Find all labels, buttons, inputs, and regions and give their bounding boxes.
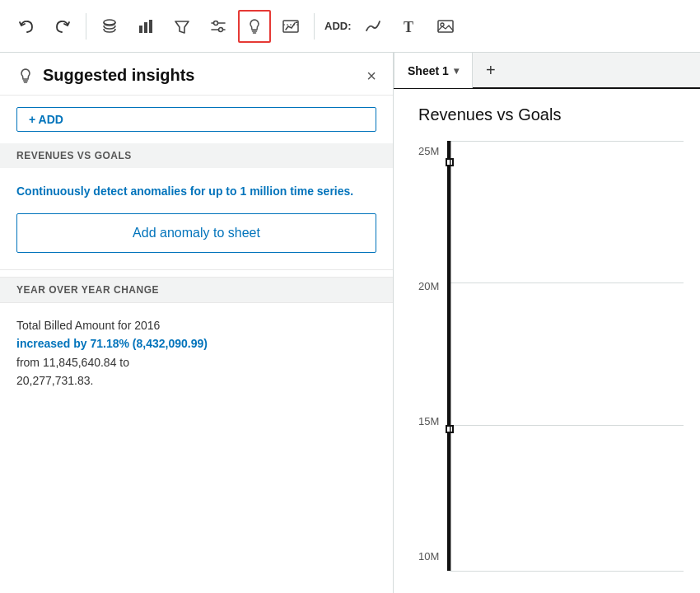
chart-container: 25M 20M 15M 10M [418, 141, 684, 571]
sliders-icon[interactable] [202, 10, 235, 43]
sheet-tabs-bar: Sheet 1 ▾ + [394, 53, 700, 89]
svg-point-0 [104, 20, 115, 25]
add-insight-button[interactable]: + ADD [16, 107, 376, 132]
grid-line-bottom [450, 571, 684, 572]
svg-rect-1 [139, 26, 142, 33]
yoy-description: Total Billed Amount for 2016 increased b… [16, 316, 376, 390]
anomaly-description: Continuously detect anomalies for up to … [16, 183, 376, 200]
sheet-1-tab[interactable]: Sheet 1 ▾ [394, 52, 473, 88]
add-insight-button-label: + ADD [29, 113, 63, 126]
yoy-line1: Total Billed Amount for 2016 [16, 319, 160, 332]
suggested-insights-panel: Suggested insights × + ADD REVENUES VS G… [0, 53, 394, 593]
chart-plot [447, 141, 684, 571]
right-panel: Sheet 1 ▾ + Revenues vs Goals 25M 20M 15… [394, 53, 700, 593]
y-axis: 25M 20M 15M 10M [418, 141, 447, 571]
y-label-10m: 10M [418, 550, 439, 563]
svg-point-5 [214, 21, 218, 25]
y-label-20m: 20M [418, 280, 439, 292]
panel-title: Suggested insights [43, 66, 194, 85]
add-sheet-tab-button[interactable]: + [476, 55, 506, 85]
y-label-15m: 15M [418, 415, 439, 427]
toolbar: ADD: T [0, 0, 700, 53]
svg-rect-14 [438, 21, 453, 32]
add-image-icon[interactable] [429, 10, 462, 43]
yoy-highlight: increased by 71.18% (8,432,090.99) [16, 337, 208, 350]
add-line-chart-icon[interactable] [357, 10, 390, 43]
yoy-line3: 20,277,731.83. [16, 374, 93, 387]
main-layout: Suggested insights × + ADD REVENUES VS G… [0, 53, 700, 593]
bar-chart-icon[interactable] [129, 10, 162, 43]
insights-lightbulb-icon[interactable] [238, 10, 271, 43]
svg-text:T: T [404, 19, 413, 35]
close-panel-button[interactable]: × [366, 68, 376, 84]
panel-lightbulb-icon [16, 67, 35, 85]
svg-rect-2 [144, 22, 147, 33]
add-text-icon[interactable]: T [393, 10, 426, 43]
add-label: ADD: [324, 20, 352, 32]
chart-title: Revenues vs Goals [418, 105, 684, 124]
database-icon[interactable] [93, 10, 126, 43]
yoy-line2: from 11,845,640.84 to [16, 356, 129, 369]
divider-1 [86, 13, 86, 40]
anomaly-insight-block: Continuously detect anomalies for up to … [0, 168, 393, 270]
redo-icon[interactable] [46, 10, 79, 43]
filter-icon[interactable] [166, 10, 198, 43]
yoy-insight-block: Total Billed Amount for 2016 increased b… [0, 303, 393, 404]
chart-line-svg [450, 141, 684, 571]
panel-header: Suggested insights × [0, 53, 393, 96]
divider-2 [314, 13, 315, 40]
revenues-vs-goals-header: REVENUES VS GOALS [0, 143, 393, 168]
analysis-icon[interactable] [274, 10, 307, 43]
undo-icon[interactable] [10, 10, 43, 43]
chart-area: Revenues vs Goals 25M 20M 15M 10M [394, 89, 700, 593]
panel-title-row: Suggested insights [16, 66, 194, 85]
add-anomaly-to-sheet-button[interactable]: Add anomaly to sheet [16, 213, 376, 253]
svg-point-7 [219, 27, 223, 31]
yoy-section-header: YEAR OVER YEAR CHANGE [0, 277, 393, 303]
svg-rect-3 [149, 20, 152, 33]
y-label-25m: 25M [418, 145, 439, 157]
sheet-1-tab-label: Sheet 1 [408, 64, 449, 77]
sheet-tab-chevron-icon: ▾ [454, 65, 459, 77]
